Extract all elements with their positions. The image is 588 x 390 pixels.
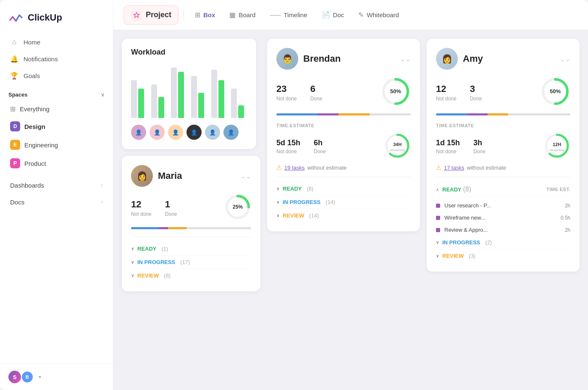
maria-done-number: 1 xyxy=(165,199,177,210)
spaces-section-header: Spaces ∨ xyxy=(0,84,113,101)
pb-yellow-b xyxy=(339,113,370,115)
task-dot-1 xyxy=(436,204,440,208)
amy-progress-bar xyxy=(436,113,570,115)
maria-not-done-label: Not done xyxy=(131,211,152,217)
review-count: (8) xyxy=(164,272,171,279)
maria-donut-svg: 25% xyxy=(224,194,251,220)
brendan-progress-bar xyxy=(276,113,411,115)
amy-ready-chevron: ∧ xyxy=(436,187,439,192)
task-item-3[interactable]: Review & Appro... 2h xyxy=(436,224,570,236)
tab-board[interactable]: ▦ Board xyxy=(223,8,261,22)
task-item-2[interactable]: Wireframe new... 0.5h xyxy=(436,212,570,224)
project-label: Project xyxy=(146,10,171,19)
bar-green-2 xyxy=(158,97,164,118)
amy-warning-triangle-icon: ⚠ xyxy=(436,164,441,171)
pb-gray-b xyxy=(370,113,411,115)
brendan-ready-count: (8) xyxy=(307,186,314,192)
brendan-done-number: 6 xyxy=(310,84,323,94)
brendan-status-inprogress[interactable]: ∨ IN PROGRESS (14) xyxy=(276,196,411,209)
amy-status-section: ∧ READY (8) TIME EST. User research - P.… xyxy=(436,177,570,262)
bar-group-3 xyxy=(171,68,187,118)
workload-avatars: 👤 👤 👤 👤 👤 👤 xyxy=(131,125,247,140)
user-dropdown-icon[interactable]: ▾ xyxy=(39,374,41,380)
review-chevron-icon: ∨ xyxy=(131,273,134,278)
space-item-engineering[interactable]: E Engineering xyxy=(5,136,108,154)
amy-expand-icon[interactable]: ⌄⌄ xyxy=(559,55,570,63)
brendan-donut-svg: 50% xyxy=(381,76,411,107)
tab-whiteboard[interactable]: ✎ Whiteboard xyxy=(352,8,405,22)
task-time-2: 0.5h xyxy=(561,215,570,221)
amy-tasks-link[interactable]: 17 tasks xyxy=(444,165,464,171)
brendan-tasks-link[interactable]: 19 tasks xyxy=(284,165,304,171)
maria-expand-icon[interactable]: ⌄⌄ xyxy=(240,172,251,180)
brendan-ready-label: READY xyxy=(283,186,302,192)
maria-progress-bar xyxy=(131,227,251,229)
tab-box[interactable]: ⊞ Box xyxy=(189,8,221,22)
amy-ready-count: (8) xyxy=(463,186,472,193)
box-icon: ⊞ xyxy=(195,11,200,19)
bar-green-6 xyxy=(238,105,244,118)
brendan-status-ready[interactable]: ∨ READY (8) xyxy=(276,182,411,196)
tab-timeline[interactable]: —— Timeline xyxy=(264,8,313,22)
logo-text: ClickUp xyxy=(28,12,62,23)
amy-not-done-number: 12 xyxy=(436,84,457,94)
brendan-inprogress-label: IN PROGRESS xyxy=(283,199,320,205)
brendan-time-estimate-label: TIME ESTIMATE xyxy=(276,123,411,128)
home-icon: ⌂ xyxy=(10,38,18,46)
amy-name: Amy xyxy=(463,53,483,64)
amy-warning: ⚠ 17 tasks without estimate xyxy=(436,164,570,171)
maria-status-review[interactable]: ∨ REVIEW (8) xyxy=(131,269,251,282)
amy-inprogress-count: (2) xyxy=(485,239,492,246)
maria-status-ready[interactable]: ∨ READY (1) xyxy=(131,242,251,256)
tab-divider xyxy=(184,10,184,20)
brendan-expand-icon[interactable]: ⌄⌄ xyxy=(400,55,411,63)
space-everything-label: Everything xyxy=(20,105,50,113)
maria-header: 👩 Maria ⌄⌄ xyxy=(131,165,251,187)
space-item-everything[interactable]: ⊞ Everything xyxy=(5,101,108,117)
maria-status-inprogress[interactable]: ∨ IN PROGRESS (17) xyxy=(131,256,251,269)
board-icon: ▦ xyxy=(229,11,236,19)
everything-grid-icon: ⊞ xyxy=(10,105,16,113)
brendan-status-review[interactable]: ∨ REVIEW (14) xyxy=(276,209,411,222)
nav-goals-label: Goals xyxy=(24,72,40,79)
amy-review-chevron: ∨ xyxy=(436,254,439,258)
tab-whiteboard-label: Whiteboard xyxy=(367,11,399,18)
amy-ready-row-header[interactable]: ∧ READY (8) TIME EST. xyxy=(436,182,570,197)
pb-blue xyxy=(131,227,159,229)
nav-notifications[interactable]: 🔔 Notifications xyxy=(5,50,108,67)
nav-dashboards[interactable]: Dashboards › xyxy=(5,177,108,193)
brendan-time-not-done-val: 5d 15h xyxy=(276,139,300,147)
project-tab[interactable]: Project xyxy=(123,5,178,25)
maria-donut: 25% xyxy=(224,194,251,222)
tab-board-label: Board xyxy=(239,11,255,18)
topbar: Project ⊞ Box ▦ Board —— Timeline 📄 Doc … xyxy=(113,0,588,30)
tab-doc-label: Doc xyxy=(333,11,344,18)
nav-notifications-label: Notifications xyxy=(24,55,58,63)
maria-done-label: Done xyxy=(165,211,177,217)
amy-status-inprogress[interactable]: ∨ IN PROGRESS (2) xyxy=(436,236,570,249)
tab-doc[interactable]: 📄 Doc xyxy=(316,8,350,22)
bar-gray-3 xyxy=(171,68,177,118)
amy-status-review[interactable]: ∨ REVIEW (3) xyxy=(436,249,570,262)
nav-docs[interactable]: Docs › xyxy=(5,194,108,210)
bar-green-5 xyxy=(218,80,224,118)
dashboards-arrow-icon: › xyxy=(101,181,103,189)
brendan-review-chevron: ∨ xyxy=(276,213,279,218)
nav-goals[interactable]: 🏆 Goals xyxy=(5,67,108,84)
nav-home[interactable]: ⌂ Home xyxy=(5,34,108,50)
content-area: Workload xyxy=(113,30,588,390)
space-item-product[interactable]: P Product xyxy=(5,154,108,172)
bar-gray-4 xyxy=(191,76,197,118)
bar-gray-2 xyxy=(151,84,157,118)
task-item-1[interactable]: User research - P... 2h xyxy=(436,199,570,212)
bar-group-5 xyxy=(211,70,227,118)
amy-review-label: REVIEW xyxy=(442,253,464,259)
timeline-icon: —— xyxy=(270,12,281,18)
space-item-design[interactable]: D Design xyxy=(5,118,108,135)
amy-warning-suffix: without estimate xyxy=(467,165,506,171)
spaces-collapse-icon[interactable]: ∨ xyxy=(101,92,105,98)
project-icon xyxy=(131,9,142,21)
bar-group-1 xyxy=(131,80,147,118)
ready-chevron-icon: ∨ xyxy=(131,246,134,251)
amy-not-done-label: Not done xyxy=(436,96,457,102)
